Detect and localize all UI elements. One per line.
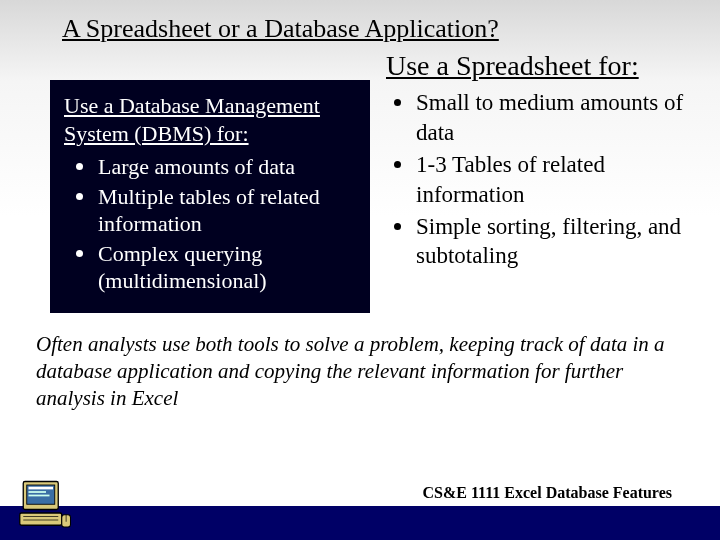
right-column: Use a Spreadsheet for: Small to medium a…: [370, 46, 692, 313]
svg-rect-5: [20, 513, 62, 525]
computer-icon: [18, 478, 74, 534]
list-item: 1-3 Tables of related information: [388, 150, 692, 210]
svg-rect-4: [29, 495, 50, 497]
svg-rect-3: [29, 491, 47, 493]
left-column: Use a Database Management System (DBMS) …: [50, 46, 370, 313]
dbms-box: Use a Database Management System (DBMS) …: [50, 80, 370, 313]
footer-bar: [0, 506, 720, 540]
list-item: Small to medium amounts of data: [388, 88, 692, 148]
footer-text: CS&E 1111 Excel Database Features: [423, 484, 672, 502]
spreadsheet-heading: Use a Spreadsheet for:: [386, 50, 692, 82]
list-item: Simple sorting, filtering, and subtotali…: [388, 212, 692, 272]
dbms-heading: Use a Database Management System (DBMS) …: [64, 92, 358, 147]
content-area: Use a Database Management System (DBMS) …: [0, 46, 720, 313]
dbms-bullet-list: Large amounts of data Multiple tables of…: [64, 153, 358, 295]
list-item: Multiple tables of related information: [72, 183, 358, 238]
svg-rect-2: [29, 487, 54, 490]
list-item: Complex querying (multidimensional): [72, 240, 358, 295]
bottom-note: Often analysts use both tools to solve a…: [0, 313, 720, 413]
spreadsheet-bullet-list: Small to medium amounts of data 1-3 Tabl…: [384, 88, 692, 271]
list-item: Large amounts of data: [72, 153, 358, 181]
slide-title: A Spreadsheet or a Database Application?: [0, 0, 720, 46]
